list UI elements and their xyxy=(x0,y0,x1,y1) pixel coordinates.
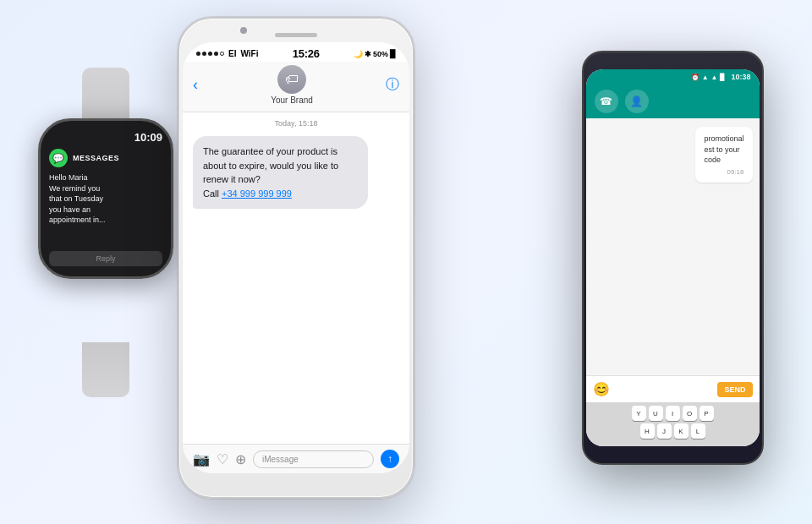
message-body: The guarantee of your product is about t… xyxy=(203,146,338,184)
carrier-label: EI xyxy=(228,49,236,58)
iphone-time: 15:26 xyxy=(293,47,320,60)
phone-link[interactable]: +34 999 999 999 xyxy=(222,188,292,199)
iphone-camera-dot xyxy=(240,27,247,34)
android-message-bubble: promotionalest to yourcode 09:18 xyxy=(695,127,752,183)
android-status-icons: ⏰ ▲ ▲ ▉ 10:38 xyxy=(691,73,751,81)
wifi-icon: WiFi xyxy=(240,49,258,58)
watch-message-body: Hello MariaWe remind youthat on Tuesdayy… xyxy=(49,172,162,248)
android-emoji-button[interactable]: 😊 xyxy=(593,381,610,397)
android-wifi-icon: ▲ xyxy=(702,74,709,81)
watch-screen: 10:09 MESSAGES Hello MariaWe remind yout… xyxy=(41,121,171,276)
watch-band-bottom xyxy=(82,342,129,397)
iphone-status-bar: EI WiFi 15:26 🌙 ✱ 50% ▉ xyxy=(183,42,409,62)
header-center: 🏷 Your Brand xyxy=(271,65,313,105)
iphone-notch xyxy=(179,19,413,44)
android-time: 10:38 xyxy=(731,73,750,81)
key-u[interactable]: U xyxy=(649,406,663,421)
watch-time: 10:09 xyxy=(49,131,162,144)
iphone-body: EI WiFi 15:26 🌙 ✱ 50% ▉ ‹ 🏷 Yo xyxy=(178,17,414,499)
brand-avatar-icon: 🏷 xyxy=(285,72,299,87)
call-prefix: Call xyxy=(203,188,222,199)
info-button[interactable]: ⓘ xyxy=(386,76,399,94)
android-contact-icon[interactable]: 👤 xyxy=(625,90,649,113)
android-body: ⏰ ▲ ▲ ▉ 10:38 ☎ 👤 xyxy=(582,51,764,465)
iphone-screen: EI WiFi 15:26 🌙 ✱ 50% ▉ ‹ 🏷 Yo xyxy=(183,42,409,473)
message-bubble: The guarantee of your product is about t… xyxy=(193,136,368,209)
android-status-bar: ⏰ ▲ ▲ ▉ 10:38 xyxy=(586,69,760,85)
send-button[interactable]: ↑ xyxy=(381,450,399,468)
call-icon: ☎ xyxy=(600,96,612,107)
key-h[interactable]: H xyxy=(640,423,655,439)
brand-name: Your Brand xyxy=(271,96,313,105)
watch-band-top xyxy=(82,68,129,123)
keyboard-row-2: H J K L xyxy=(590,423,756,439)
brand-avatar: 🏷 xyxy=(277,65,306,94)
android-message-area: promotionalest to yourcode 09:18 xyxy=(586,118,760,375)
key-o[interactable]: O xyxy=(683,406,697,421)
android-phone: ⏰ ▲ ▲ ▉ 10:38 ☎ 👤 xyxy=(575,51,770,482)
keyboard-row-1: Y U I O P xyxy=(590,406,756,421)
signal-dot-3 xyxy=(208,52,212,56)
signal-dot-4 xyxy=(214,52,218,56)
key-p[interactable]: P xyxy=(700,406,714,421)
signal-dot-2 xyxy=(202,52,206,56)
signal-dots xyxy=(196,52,224,56)
watch-message-header: MESSAGES xyxy=(49,149,162,167)
contact-icon: 👤 xyxy=(630,96,643,107)
android-battery-icon: ▉ xyxy=(720,74,725,81)
android-call-icon[interactable]: ☎ xyxy=(595,90,618,113)
key-k[interactable]: K xyxy=(674,423,689,439)
watch-messages-icon xyxy=(49,149,68,167)
key-l[interactable]: L xyxy=(691,423,705,439)
key-i[interactable]: I xyxy=(666,406,680,421)
imessage-toolbar: 📷 ♡ ⊕ iMessage ↑ xyxy=(183,444,409,473)
back-button[interactable]: ‹ xyxy=(193,76,198,94)
android-alarm-icon: ⏰ xyxy=(691,74,700,81)
heart-icon[interactable]: ♡ xyxy=(217,451,228,467)
signal-dot-1 xyxy=(196,52,200,56)
apple-watch: 10:09 MESSAGES Hello MariaWe remind yout… xyxy=(25,118,186,347)
imessage-body: Today, 15:18 The guarantee of your produ… xyxy=(183,112,409,444)
iphone: EI WiFi 15:26 🌙 ✱ 50% ▉ ‹ 🏷 Yo xyxy=(169,17,423,516)
key-j[interactable]: J xyxy=(657,423,672,439)
bluetooth-icon: ✱ xyxy=(365,50,371,58)
android-message-time: 09:18 xyxy=(704,168,743,176)
android-signal-icon: ▲ xyxy=(711,74,718,81)
message-timestamp: Today, 15:18 xyxy=(193,119,399,128)
iphone-speaker xyxy=(275,33,317,37)
moon-icon: 🌙 xyxy=(354,50,363,58)
camera-icon[interactable]: 📷 xyxy=(193,451,210,467)
status-right: 🌙 ✱ 50% ▉ xyxy=(354,50,396,58)
android-message-text: promotionalest to yourcode xyxy=(704,134,743,166)
watch-body: 10:09 MESSAGES Hello MariaWe remind yout… xyxy=(38,118,173,279)
android-action-bar: ☎ 👤 xyxy=(586,85,760,118)
battery-label: 50% xyxy=(373,50,388,58)
status-left: EI WiFi xyxy=(196,49,258,58)
android-send-button[interactable]: SEND xyxy=(717,382,752,397)
apps-icon[interactable]: ⊕ xyxy=(235,451,246,467)
key-y[interactable]: Y xyxy=(632,406,646,421)
imessage-input[interactable]: iMessage xyxy=(253,450,374,468)
android-screen: ⏰ ▲ ▲ ▉ 10:38 ☎ 👤 xyxy=(586,69,760,446)
message-text: The guarantee of your product is about t… xyxy=(203,145,358,200)
send-icon: ↑ xyxy=(387,453,392,465)
watch-app-label: MESSAGES xyxy=(73,154,119,162)
android-keyboard: Y U I O P H J K L xyxy=(586,402,760,446)
imessage-header: ‹ 🏷 Your Brand ⓘ xyxy=(183,62,409,112)
android-input-area: 😊 SEND xyxy=(586,375,760,402)
battery-icon: ▉ xyxy=(390,50,396,58)
watch-reply-button[interactable]: Reply xyxy=(49,251,162,266)
signal-dot-5 xyxy=(220,52,224,56)
imessage-placeholder: iMessage xyxy=(262,455,299,464)
